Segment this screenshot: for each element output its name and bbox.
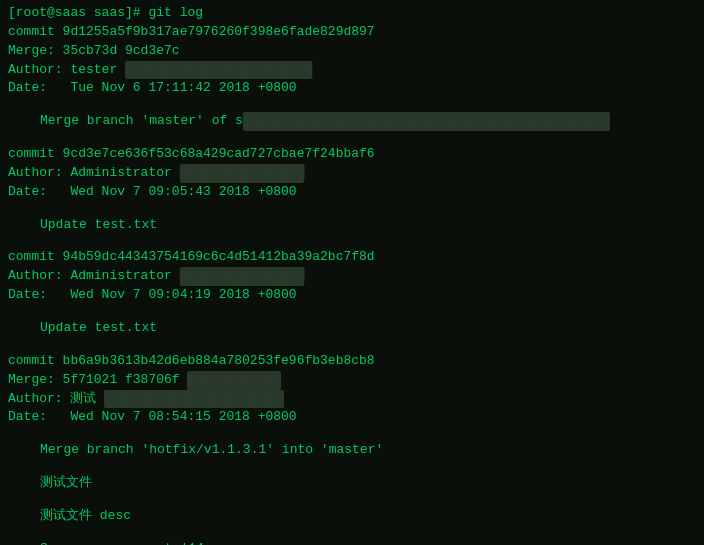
date-1: Date: Tue Nov 6 17:11:42 2018 +0800 — [8, 79, 696, 98]
date-4: Date: Wed Nov 7 08:54:15 2018 +0800 — [8, 408, 696, 427]
date-2: Date: Wed Nov 7 09:05:43 2018 +0800 — [8, 183, 696, 202]
msg-4c: 测试文件 desc — [8, 507, 696, 526]
msg-4d: See merge request !14 — [8, 540, 696, 545]
merge-1: Merge: 35cb73d 9cd3e7c — [8, 42, 696, 61]
author-3: Author: Administrator ████████████████ — [8, 267, 696, 286]
merge-4: Merge: 5f71021 f38706f ████████████ — [8, 371, 696, 390]
commit-hash-2: commit 9cd3e7ce636f53c68a429cad727cbae7f… — [8, 145, 696, 164]
commit-hash-4: commit bb6a9b3613b42d6eb884a780253fe96fb… — [8, 352, 696, 371]
author-2: Author: Administrator ████████████████ — [8, 164, 696, 183]
commit-hash-1: commit 9d1255a5f9b317ae7976260f398e6fade… — [8, 23, 696, 42]
terminal-window: [root@saas saas]# git log commit 9d1255a… — [0, 0, 704, 545]
msg-1: Merge branch 'master' of s██████████████… — [8, 112, 696, 131]
date-3: Date: Wed Nov 7 09:04:19 2018 +0800 — [8, 286, 696, 305]
msg-4b: 测试文件 — [8, 474, 696, 493]
msg-4a: Merge branch 'hotfix/v1.1.3.1' into 'mas… — [8, 441, 696, 460]
msg-2: Update test.txt — [8, 216, 696, 235]
msg-3: Update test.txt — [8, 319, 696, 338]
commit-hash-3: commit 94b59dc44343754169c6c4d51412ba39a… — [8, 248, 696, 267]
author-4: Author: 测试 ███████████████████████ — [8, 390, 696, 409]
author-1: Author: tester ████████████████████████ — [8, 61, 696, 80]
prompt-line: [root@saas saas]# git log — [8, 4, 696, 23]
